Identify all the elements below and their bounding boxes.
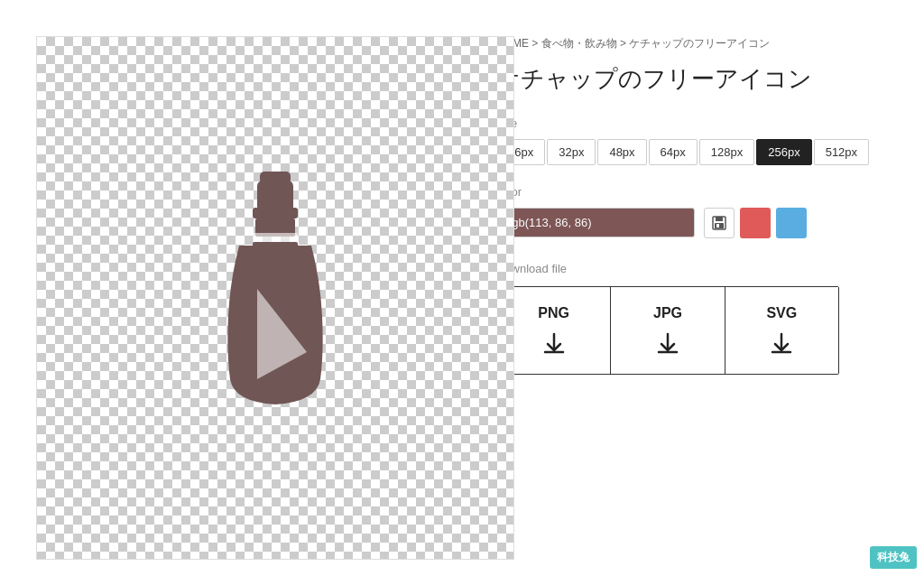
svg-rect-0: [257, 181, 293, 212]
size-btn-256[interactable]: 256px: [756, 139, 811, 165]
size-btn-512[interactable]: 512px: [814, 139, 869, 165]
breadcrumb: HOME > 食べ物・飲み物 > ケチャップのフリーアイコン: [496, 36, 897, 51]
size-btn-48[interactable]: 48px: [597, 139, 646, 165]
color-input[interactable]: [496, 208, 695, 237]
download-grid: PNG JPG SVG: [496, 286, 839, 375]
size-btn-64[interactable]: 64px: [649, 139, 698, 165]
svg-rect-9: [716, 224, 719, 228]
svg-rect-1: [253, 208, 298, 218]
size-btn-32[interactable]: 32px: [547, 139, 596, 165]
brand-badge: 科技兔: [870, 546, 917, 569]
breadcrumb-sep2: >: [620, 37, 626, 50]
svg-rect-5: [260, 172, 291, 184]
info-panel: HOME > 食べ物・飲み物 > ケチャップのフリーアイコン ケチャップのフリー…: [478, 0, 924, 576]
color-label: color: [496, 185, 897, 199]
download-png-icon: [541, 330, 567, 356]
color-swatches: [704, 208, 807, 238]
svg-rect-3: [253, 233, 298, 242]
red-swatch-button[interactable]: [740, 208, 771, 238]
svg-rect-4: [253, 242, 298, 249]
size-btn-128[interactable]: 128px: [699, 139, 754, 165]
download-svg-button[interactable]: SVG: [725, 287, 838, 374]
breadcrumb-sep1: >: [531, 37, 538, 50]
download-label: Download file: [496, 262, 897, 275]
download-svg-icon: [769, 330, 794, 356]
svg-rect-7: [716, 217, 723, 221]
jpg-format-label: JPG: [653, 305, 682, 321]
breadcrumb-current: ケチャップのフリーアイコン: [629, 37, 770, 50]
ketchup-icon: [203, 172, 347, 424]
size-label: size: [496, 116, 897, 130]
color-section: color: [496, 185, 897, 238]
blue-swatch-button[interactable]: [776, 208, 807, 238]
save-color-button[interactable]: [704, 208, 735, 238]
png-format-label: PNG: [538, 305, 569, 321]
svg-format-label: SVG: [766, 305, 797, 321]
download-jpg-button[interactable]: JPG: [611, 287, 725, 374]
icon-preview-panel: [36, 36, 514, 560]
download-jpg-icon: [655, 330, 680, 356]
size-buttons: 16px 32px 48px 64px 128px 256px 512px: [496, 139, 897, 165]
breadcrumb-food[interactable]: 食べ物・飲み物: [541, 37, 617, 50]
page-title: ケチャップのフリーアイコン: [496, 64, 897, 95]
